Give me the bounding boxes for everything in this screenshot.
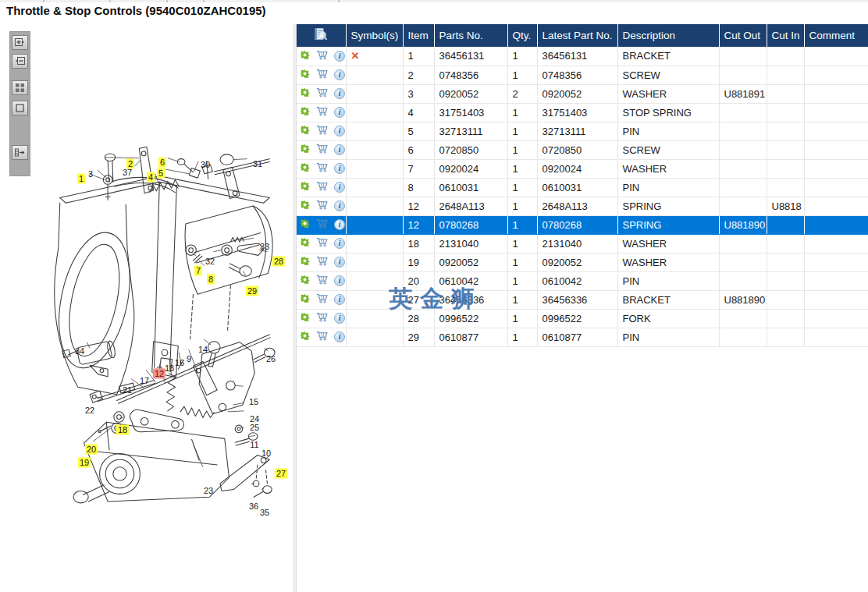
table-row[interactable]: i 3 0920052 2 0920052 WASHER U881891 bbox=[297, 84, 868, 103]
diagram-callout-4[interactable]: 4 bbox=[147, 172, 155, 183]
cart-icon[interactable] bbox=[316, 312, 329, 324]
diagram-callout-28[interactable]: 28 bbox=[272, 257, 285, 267]
diagram-callout-21[interactable]: 21 bbox=[121, 385, 133, 395]
info-icon[interactable]: i bbox=[334, 238, 345, 249]
gear-icon[interactable] bbox=[300, 69, 310, 81]
gear-icon[interactable] bbox=[300, 312, 310, 324]
diagram-callout-31[interactable]: 31 bbox=[251, 159, 264, 169]
gear-icon[interactable] bbox=[300, 181, 310, 193]
table-row[interactable]: i 12 0780268 1 0780268 SPRING U881890 bbox=[297, 215, 868, 234]
table-row[interactable]: i 7 0920024 1 0920024 WASHER bbox=[297, 159, 868, 178]
table-row[interactable]: i ✕ 1 36456131 1 36456131 BRACKET bbox=[297, 47, 868, 66]
gear-icon[interactable] bbox=[300, 200, 310, 212]
column-header-latest-part-no-[interactable]: Latest Part No. bbox=[537, 24, 617, 47]
table-row[interactable]: i 19 0920052 1 0920052 WASHER bbox=[297, 253, 868, 271]
info-icon[interactable]: i bbox=[334, 313, 345, 324]
gear-icon[interactable] bbox=[300, 275, 310, 287]
gear-icon[interactable] bbox=[300, 162, 310, 175]
info-icon[interactable]: i bbox=[334, 257, 345, 268]
table-row[interactable]: i 12 2648A113 1 2648A113 SPRING U8818 bbox=[297, 197, 868, 215]
table-row[interactable]: i 4 31751403 1 31751403 STOP SPRING bbox=[297, 103, 868, 122]
column-header-item[interactable]: Item bbox=[403, 24, 434, 47]
column-header-parts-no-[interactable]: Parts No. bbox=[434, 24, 507, 47]
column-header-cut-out[interactable]: Cut Out bbox=[719, 24, 767, 47]
diagram-callout-35[interactable]: 35 bbox=[258, 508, 271, 518]
gear-icon[interactable] bbox=[300, 293, 310, 306]
diagram-callout-25[interactable]: 25 bbox=[248, 423, 261, 433]
gear-icon[interactable] bbox=[300, 144, 310, 156]
diagram-callout-23[interactable]: 23 bbox=[202, 486, 215, 496]
column-header-icon[interactable] bbox=[297, 24, 346, 47]
cart-icon[interactable] bbox=[316, 87, 329, 100]
cart-icon[interactable] bbox=[316, 331, 329, 343]
cart-icon[interactable] bbox=[316, 181, 329, 193]
cart-icon[interactable] bbox=[316, 125, 329, 137]
info-icon[interactable]: i bbox=[334, 182, 345, 193]
gear-icon[interactable] bbox=[300, 87, 310, 100]
info-icon[interactable]: i bbox=[334, 144, 345, 155]
cart-icon[interactable] bbox=[316, 144, 329, 156]
table-row[interactable]: i 18 2131040 1 2131040 WASHER bbox=[297, 234, 868, 253]
diagram-callout-11[interactable]: 11 bbox=[248, 440, 260, 450]
cart-icon[interactable] bbox=[316, 218, 329, 231]
diagram-callout-6[interactable]: 6 bbox=[158, 158, 166, 168]
cart-icon[interactable] bbox=[316, 50, 329, 62]
diagram-callout-33[interactable]: 33 bbox=[258, 242, 271, 252]
column-header-symbol-s-[interactable]: Symbol(s) bbox=[346, 24, 403, 47]
diagram-callout-8[interactable]: 8 bbox=[207, 275, 215, 285]
diagram-callout-19[interactable]: 19 bbox=[78, 458, 91, 468]
cart-icon[interactable] bbox=[316, 162, 329, 175]
table-row[interactable]: i 29 0610877 1 0610877 PIN bbox=[297, 328, 868, 346]
column-header-qty-[interactable]: Qty. bbox=[507, 24, 537, 47]
info-icon[interactable]: i bbox=[334, 219, 345, 230]
table-row[interactable]: i 6 0720850 1 0720850 SCREW bbox=[297, 140, 868, 159]
info-icon[interactable]: i bbox=[334, 163, 345, 174]
diagram-callout-22[interactable]: 22 bbox=[84, 406, 96, 416]
diagram-callout-30[interactable]: 30 bbox=[199, 160, 212, 170]
diagram-callout-37[interactable]: 37 bbox=[121, 168, 133, 178]
cart-icon[interactable] bbox=[316, 237, 329, 250]
cart-icon[interactable] bbox=[316, 106, 329, 119]
column-header-cut-in[interactable]: Cut In bbox=[767, 24, 804, 47]
gear-icon[interactable] bbox=[300, 125, 310, 137]
cart-icon[interactable] bbox=[316, 256, 329, 268]
table-row[interactable]: i 2 0748356 1 0748356 SCREW bbox=[297, 66, 868, 84]
diagram-callout-15[interactable]: 15 bbox=[247, 397, 260, 407]
gear-icon[interactable] bbox=[300, 331, 310, 343]
diagram-callout-10[interactable]: 10 bbox=[260, 448, 272, 459]
column-header-description[interactable]: Description bbox=[617, 24, 719, 47]
table-row[interactable]: i 5 32713111 1 32713111 PIN bbox=[297, 122, 868, 140]
table-row[interactable]: i 28 0996522 1 0996522 FORK bbox=[297, 309, 868, 328]
info-icon[interactable]: i bbox=[334, 51, 345, 62]
diagram-callout-27[interactable]: 27 bbox=[275, 469, 287, 479]
gear-icon[interactable] bbox=[300, 218, 310, 231]
table-row[interactable]: i 20 0610042 1 0610042 PIN bbox=[297, 271, 868, 290]
cart-icon[interactable] bbox=[316, 200, 329, 212]
zoom-out-button[interactable] bbox=[12, 54, 28, 69]
gear-icon[interactable] bbox=[300, 106, 310, 119]
diagram-callout-12[interactable]: 12 bbox=[153, 369, 165, 379]
fit-view-button[interactable] bbox=[12, 101, 28, 115]
column-header-comment[interactable]: Comment bbox=[804, 24, 868, 47]
gear-icon[interactable] bbox=[300, 237, 310, 250]
info-icon[interactable]: i bbox=[334, 200, 345, 211]
info-icon[interactable]: i bbox=[334, 294, 345, 305]
cart-icon[interactable] bbox=[316, 275, 329, 287]
table-row[interactable]: i 8 0610031 1 0610031 PIN bbox=[297, 178, 868, 197]
diagram-callout-14[interactable]: 14 bbox=[197, 345, 209, 355]
diagram-callout-29[interactable]: 29 bbox=[246, 286, 258, 296]
zoom-in-button[interactable] bbox=[12, 35, 28, 50]
gear-icon[interactable] bbox=[300, 256, 310, 268]
tile-view-button[interactable] bbox=[12, 80, 28, 95]
diagram-callout-26[interactable]: 26 bbox=[265, 354, 277, 364]
diagram-callout-5[interactable]: 5 bbox=[157, 168, 165, 179]
diagram-callout-1[interactable]: 1 bbox=[77, 174, 85, 184]
info-icon[interactable]: i bbox=[334, 107, 345, 118]
diagram-callout-20[interactable]: 20 bbox=[85, 445, 98, 455]
diagram-callout-17[interactable]: 17 bbox=[138, 376, 151, 386]
cart-icon[interactable] bbox=[316, 69, 329, 81]
diagram-callout-9[interactable]: 9 bbox=[185, 354, 193, 364]
info-icon[interactable]: i bbox=[334, 331, 345, 342]
info-icon[interactable]: i bbox=[334, 126, 345, 136]
table-row[interactable]: i 27 36456336 1 36456336 BRACKET U881890 bbox=[297, 290, 868, 309]
